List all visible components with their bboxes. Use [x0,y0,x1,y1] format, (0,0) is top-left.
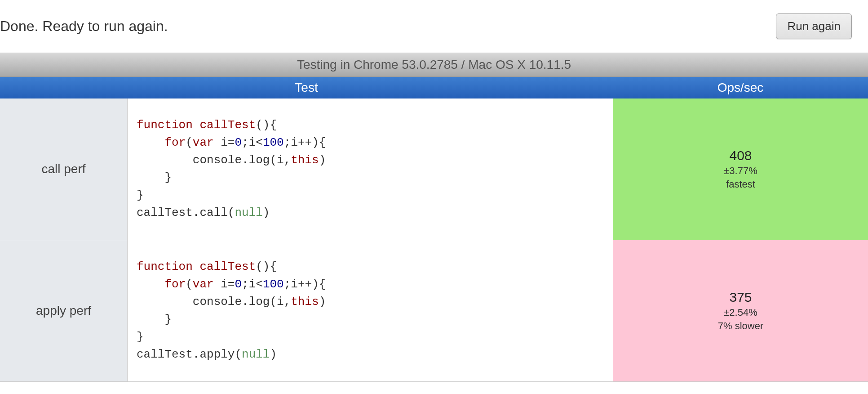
ops-value: 408 [729,148,752,163]
table-header-row: Test Ops/sec [0,77,868,98]
test-name-cell: apply perf [0,240,128,381]
ops-variance: ±3.77% [724,165,757,177]
header-ops: Ops/sec [613,77,868,98]
code-cell: function callTest(){ for(var i=0;i<100;i… [128,98,613,240]
ops-cell: 408±3.77%fastest [613,98,868,240]
header-test: Test [0,77,613,98]
results-container: call perffunction callTest(){ for(var i=… [0,98,868,382]
run-again-button[interactable]: Run again [776,13,852,39]
ops-value: 375 [729,290,752,305]
environment-bar: Testing in Chrome 53.0.2785 / Mac OS X 1… [0,53,868,77]
ops-cell: 375±2.54%7% slower [613,240,868,381]
status-text: Done. Ready to run again. [0,18,168,35]
ops-variance: ±2.54% [724,307,757,318]
top-bar: Done. Ready to run again. Run again [0,0,868,53]
code-cell: function callTest(){ for(var i=0;i<100;i… [128,240,613,381]
ops-rank: fastest [726,179,755,190]
table-row: apply perffunction callTest(){ for(var i… [0,240,868,382]
test-name-cell: call perf [0,98,128,240]
ops-rank: 7% slower [718,320,763,332]
table-row: call perffunction callTest(){ for(var i=… [0,98,868,240]
